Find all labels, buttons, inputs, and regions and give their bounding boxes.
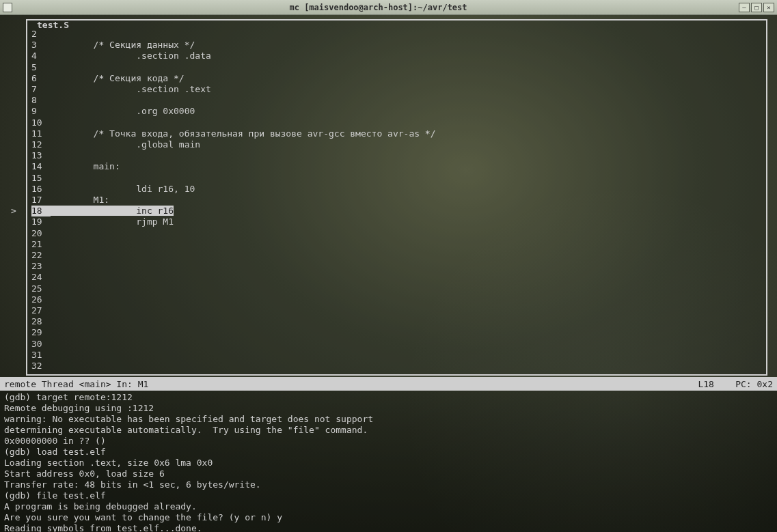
line-text [51,239,762,250]
console-line: (gdb) load test.elf [4,447,773,458]
source-line[interactable]: 4 .section .data [31,51,762,61]
line-number: 32 [31,361,51,372]
line-number: 9 [31,106,51,117]
console-line: Are you sure you want to change the file… [4,512,773,523]
line-number: 15 [31,173,51,184]
source-line[interactable]: 20 [31,228,762,239]
console-line: (gdb) file test.elf [4,490,773,501]
line-number: 3 [31,40,51,51]
source-line[interactable]: 8 [31,95,762,106]
line-number: 30 [31,339,51,350]
line-text [51,339,762,350]
source-line[interactable]: 19 rjmp M1 [31,216,762,227]
line-text [51,294,762,305]
source-line[interactable]: 25 [31,283,762,294]
gdb-console[interactable]: (gdb) target remote:1212Remote debugging… [0,391,777,532]
line-number: 26 [31,294,51,305]
line-text [51,261,762,272]
line-text: /* Секция кода */ [51,73,762,84]
source-line[interactable]: >18 inc r16 [31,206,762,216]
source-line[interactable]: 5 [31,62,762,73]
line-text [51,62,762,73]
line-number: 12 [31,139,51,150]
source-line[interactable]: 13 [31,150,762,161]
line-number: 28 [31,316,51,327]
source-line[interactable]: 26 [31,294,762,305]
source-line[interactable]: 27 [31,305,762,316]
source-line[interactable]: 14 main: [31,161,762,172]
console-line: 0x00000000 in ?? () [4,436,773,447]
console-line: A program is being debugged already. [4,501,773,512]
console-line: (gdb) target remote:1212 [4,392,773,403]
line-number: 21 [31,239,51,250]
source-line[interactable]: 11 /* Точка входа, обязательная при вызо… [31,128,762,139]
source-line[interactable]: 17 M1: [31,195,762,206]
line-text: /* Точка входа, обязательная при вызове … [51,128,762,139]
source-panel[interactable]: test.S 23 /* Секция данных */4 .section … [26,19,767,376]
console-line: Transfer rate: 48 bits in <1 sec, 6 byte… [4,479,773,490]
console-line: warning: No executable has been specifie… [4,414,773,425]
line-number: 2 [31,29,51,40]
window-title: mc [maisvendoo@arch-host]:~/avr/test [18,3,739,12]
line-text [51,173,762,184]
source-line[interactable]: 2 [31,29,762,40]
line-number: 23 [31,261,51,272]
line-text [51,29,762,40]
line-text: ldi r16, 10 [51,184,762,195]
line-number: 19 [31,216,51,227]
line-number: 14 [31,161,51,172]
line-text: .section .text [51,84,762,95]
line-number: 5 [31,62,51,73]
line-text: inc r16 [51,206,762,216]
maximize-button[interactable]: □ [751,3,762,12]
line-text [51,361,762,372]
line-number: 22 [31,250,51,261]
line-number: 17 [31,195,51,206]
line-number: 16 [31,184,51,195]
status-right: L18 PC: 0x2 [698,379,773,389]
line-text: M1: [51,195,762,206]
source-line[interactable]: 10 [31,117,762,128]
source-line[interactable]: 32 [31,361,762,372]
source-line[interactable]: 21 [31,239,762,250]
close-button[interactable]: × [763,3,774,12]
line-number: 29 [31,327,51,338]
source-line[interactable]: 28 [31,316,762,327]
source-line[interactable]: 16 ldi r16, 10 [31,184,762,195]
line-text [51,228,762,239]
line-number: 31 [31,350,51,361]
source-line[interactable]: 23 [31,261,762,272]
minimize-button[interactable]: — [739,3,750,12]
line-text [51,250,762,261]
console-line: Remote debugging using :1212 [4,403,773,414]
source-listing[interactable]: 23 /* Секция данных */4 .section .data56… [27,20,766,374]
line-text [51,95,762,106]
source-line[interactable]: 15 [31,173,762,184]
window-titlebar: mc [maisvendoo@arch-host]:~/avr/test — □… [0,0,777,15]
line-number: 24 [31,272,51,283]
line-number: 27 [31,305,51,316]
line-number: 4 [31,51,51,61]
source-line[interactable]: 30 [31,339,762,350]
console-line: determining executable automatically. Tr… [4,425,773,436]
source-line[interactable]: 31 [31,350,762,361]
line-number: 18 [31,206,51,216]
line-number: 11 [31,128,51,139]
source-line[interactable]: 9 .org 0x0000 [31,106,762,117]
line-text: .section .data [51,51,762,61]
source-line[interactable]: 7 .section .text [31,84,762,95]
source-line[interactable]: 6 /* Секция кода */ [31,73,762,84]
console-line: Start address 0x0, load size 6 [4,468,773,479]
line-text: .global main [51,139,762,150]
source-line[interactable]: 3 /* Секция данных */ [31,40,762,51]
line-text [51,272,762,283]
source-line[interactable]: 22 [31,250,762,261]
source-line[interactable]: 29 [31,327,762,338]
source-line[interactable]: 24 [31,272,762,283]
source-line[interactable]: 12 .global main [31,139,762,150]
console-line: Reading symbols from test.elf...done. [4,523,773,532]
app-icon [3,3,12,12]
line-number: 7 [31,84,51,95]
line-number: 13 [31,150,51,161]
line-number: 10 [31,117,51,128]
